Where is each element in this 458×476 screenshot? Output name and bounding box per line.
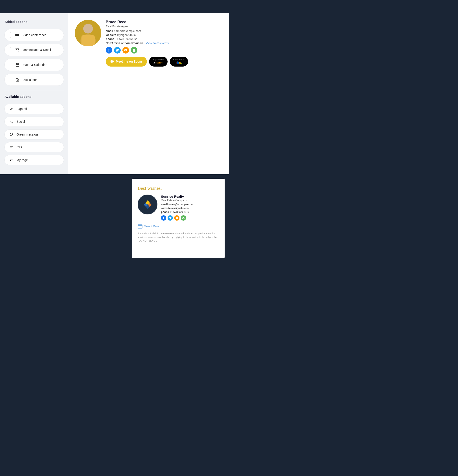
addon-marketplace-label: Marketplace & Retail — [23, 48, 51, 51]
company-youtube-icon[interactable] — [174, 215, 179, 221]
company-info: Sunrise Realty Real Estate Company email… — [161, 195, 193, 221]
green-message-icon — [9, 133, 14, 136]
svg-rect-23 — [82, 35, 95, 46]
video-icon — [15, 34, 20, 37]
company-twitter-icon[interactable] — [167, 215, 173, 221]
added-addons-section: Added addons ⌃ ⌄ Video conference ⌃ — [4, 20, 64, 86]
svg-line-13 — [11, 122, 12, 123]
bottom-panel: Best wishes, Sunrise Realty Real Estate … — [0, 174, 229, 263]
cart-icon — [15, 48, 20, 51]
added-addons-title: Added addons — [4, 20, 64, 24]
drag-handle-event[interactable]: ⌃ ⌄ — [9, 62, 12, 68]
drag-handle-marketplace[interactable]: ⌃ ⌄ — [9, 47, 12, 53]
addon-mypage-label: MyPage — [17, 158, 28, 162]
addon-cta-label: CTA — [17, 145, 23, 149]
addon-signoff-label: Sign off — [17, 107, 27, 111]
houzz-icon[interactable] — [131, 47, 137, 53]
svg-rect-0 — [16, 34, 18, 36]
svg-rect-24 — [110, 60, 113, 63]
amazon-button[interactable]: Buy it now at amazon — [149, 57, 167, 67]
svg-point-35 — [141, 226, 141, 227]
calendar-select-icon — [138, 224, 142, 229]
svg-point-9 — [12, 120, 13, 121]
company-diamond-icon — [142, 199, 154, 211]
addon-video-label: Video conference — [23, 33, 46, 37]
section-divider — [4, 90, 64, 90]
signature-preview-panel: Bruce Reed Real Estate Agent email name@… — [68, 13, 229, 174]
svg-point-2 — [18, 51, 19, 51]
company-email: email name@example.com — [161, 203, 193, 206]
company-logo — [138, 195, 158, 214]
cta-icon — [9, 145, 14, 149]
company-phone: phone +1 678 909 5432 — [161, 211, 193, 213]
drag-handle-video[interactable]: ⌃ ⌄ — [9, 32, 12, 38]
zoom-button[interactable]: Meet me on Zoom — [106, 57, 147, 67]
contact-website: website mysignature.io — [106, 33, 222, 37]
svg-point-21 — [83, 24, 93, 34]
social-share-icon — [9, 120, 14, 123]
addon-social-label: Social — [17, 120, 25, 123]
company-preview-card: Best wishes, Sunrise Realty Real Estate … — [132, 179, 225, 258]
contact-title: Real Estate Agent — [106, 25, 222, 28]
available-addon-item-green[interactable]: Green message — [4, 129, 64, 139]
left-panel: Added addons ⌃ ⌄ Video conference ⌃ — [0, 13, 68, 174]
twitter-icon[interactable] — [114, 47, 121, 53]
company-card: Sunrise Realty Real Estate Company email… — [138, 195, 219, 221]
signature-card: Bruce Reed Real Estate Agent email name@… — [75, 18, 222, 71]
svg-line-12 — [11, 121, 12, 121]
available-addons-section: Available addons Sign off — [4, 95, 64, 165]
svg-point-34 — [140, 226, 140, 227]
available-addon-item-cta[interactable]: CTA — [4, 142, 64, 152]
svg-rect-17 — [10, 159, 13, 161]
select-date-label: Select Date — [144, 225, 159, 228]
contact-info: Bruce Reed Real Estate Agent email name@… — [106, 20, 222, 67]
company-social-icons — [161, 215, 193, 221]
added-addon-item-video[interactable]: ⌃ ⌄ Video conference — [4, 29, 64, 41]
ebay-button[interactable]: Buy it now at ebay — [170, 57, 188, 67]
svg-point-1 — [17, 51, 17, 51]
contact-phone: phone +1 678 909 5432 — [106, 37, 222, 41]
addon-green-label: Green message — [17, 133, 39, 136]
contact-name: Bruce Reed — [106, 20, 222, 24]
added-addon-item-marketplace[interactable]: ⌃ ⌄ Marketplace & Retail — [4, 44, 64, 56]
addon-event-label: Event & Calendar — [23, 63, 47, 67]
sales-promo: Don't miss out on exclusive View sales e… — [106, 42, 222, 45]
company-facebook-icon[interactable] — [161, 215, 166, 221]
available-addon-item-signoff[interactable]: Sign off — [4, 104, 64, 114]
disclaimer-icon — [15, 78, 20, 82]
mypage-icon — [9, 158, 14, 162]
calendar-icon — [15, 63, 20, 67]
available-addons-title: Available addons — [4, 95, 64, 99]
company-website: website mysignature.io — [161, 207, 193, 210]
drag-handle-disclaimer[interactable]: ⌃ ⌄ — [9, 77, 12, 83]
added-addon-item-disclaimer[interactable]: ⌃ ⌄ Disclaimer — [4, 74, 64, 86]
youtube-icon[interactable] — [122, 47, 129, 53]
svg-point-10 — [12, 122, 13, 123]
facebook-icon[interactable] — [106, 47, 112, 53]
signoff-icon — [9, 107, 14, 111]
svg-point-33 — [139, 226, 139, 227]
company-type: Real Estate Company — [161, 199, 193, 202]
available-addon-item-mypage[interactable]: MyPage — [4, 155, 64, 165]
svg-point-36 — [139, 227, 139, 228]
avatar — [75, 20, 101, 46]
disclaimer-text: If you do not wish to receive more infor… — [138, 232, 219, 243]
social-icons-row — [106, 47, 222, 53]
svg-point-37 — [140, 227, 140, 228]
svg-rect-19 — [10, 160, 11, 161]
contact-email: email name@example.com — [106, 29, 222, 33]
svg-point-11 — [10, 121, 11, 122]
svg-rect-3 — [16, 63, 19, 66]
cta-buttons: Meet me on Zoom Buy it now at amazon Buy… — [106, 57, 222, 67]
greeting-text: Best wishes, — [138, 185, 219, 191]
company-houzz-icon[interactable] — [181, 215, 186, 221]
available-addon-item-social[interactable]: Social — [4, 117, 64, 127]
addon-disclaimer-label: Disclaimer — [23, 78, 37, 82]
select-date-button[interactable]: Select Date — [138, 224, 159, 229]
added-addon-item-event[interactable]: ⌃ ⌄ Event & Calendar — [4, 59, 64, 71]
company-name: Sunrise Realty — [161, 195, 193, 198]
